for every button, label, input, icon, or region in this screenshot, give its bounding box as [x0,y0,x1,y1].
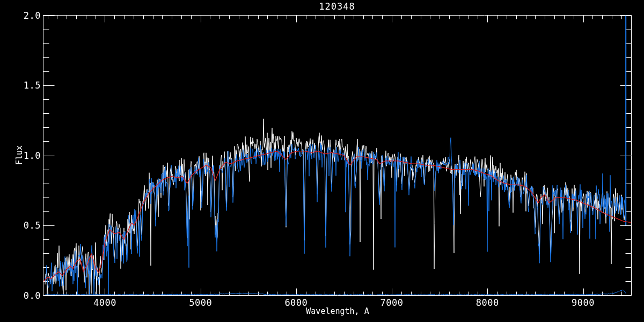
y-tick-label: 2.0 [0,10,41,21]
x-tick-label: 4000 [93,297,116,308]
y-tick-label: 0.5 [0,220,41,231]
plot-title: 120348 [319,1,355,12]
x-tick-label: 6000 [284,297,308,308]
x-axis-label: Wavelength, A [306,306,369,316]
spectrum-figure: 120348 Flux Wavelength, A 40005000600070… [0,0,644,322]
y-tick-label: 0.0 [0,290,41,301]
x-tick-label: 8000 [476,297,499,308]
x-tick-label: 5000 [189,297,212,308]
x-tick-label: 9000 [572,297,595,308]
y-tick-label: 1.0 [0,150,41,161]
x-tick-label: 7000 [380,297,404,308]
spectrum-plot-canvas [0,0,644,322]
y-tick-label: 1.5 [0,80,41,91]
